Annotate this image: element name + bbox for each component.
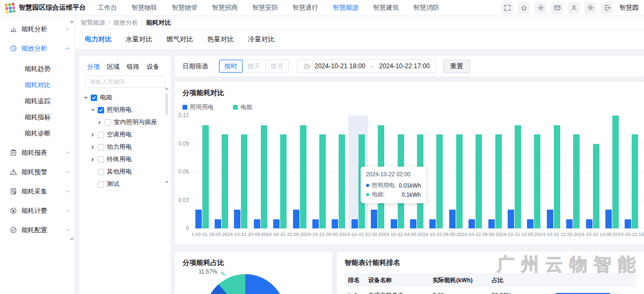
user-icon[interactable] <box>568 2 580 14</box>
sidebar-subitem[interactable]: 能耗趋势 <box>0 61 75 77</box>
sidebar-item[interactable]: 能耗预警 <box>0 163 75 181</box>
scroll-down-icon[interactable] <box>165 181 169 183</box>
sidebar-subitem[interactable]: 能耗追踪 <box>0 93 75 109</box>
scroll-up-icon[interactable] <box>70 20 74 23</box>
tree-node[interactable]: 其他用电 <box>79 166 171 178</box>
breadcrumb-item[interactable]: 能效分析 <box>113 19 138 27</box>
tree-checkbox[interactable] <box>98 144 104 150</box>
config-icon <box>10 226 17 234</box>
home-icon[interactable] <box>518 2 530 14</box>
tree-tab[interactable]: 区域 <box>107 62 120 71</box>
sidebar-item[interactable]: 能耗配置 <box>0 221 75 239</box>
tree-checkbox[interactable] <box>98 156 104 163</box>
tree-expand-icon[interactable] <box>84 96 88 100</box>
tree-search-input[interactable] <box>85 76 165 88</box>
legend-label: 照明用电 <box>190 103 214 111</box>
top-nav-item[interactable]: 智慧物联 <box>131 3 157 12</box>
page-tab[interactable]: 冷量对比 <box>248 35 275 44</box>
top-nav-item[interactable]: 智慧建筑 <box>373 3 399 12</box>
tree-checkbox[interactable] <box>91 95 97 101</box>
bar-lighting-power <box>449 210 456 228</box>
sidebar-scrollbar[interactable] <box>69 20 74 240</box>
brightness-icon[interactable] <box>584 2 596 14</box>
date-mode-button[interactable]: 按天 <box>242 60 266 73</box>
tree-checkbox[interactable] <box>98 107 104 113</box>
tree-node[interactable]: 照明用电 <box>79 104 171 116</box>
breadcrumb-item[interactable]: 智慧能源 <box>80 19 105 27</box>
sidebar-item[interactable]: 能耗计费 <box>0 202 75 220</box>
tree-tab[interactable]: 分项 <box>87 62 100 71</box>
tree-tab[interactable]: 设备 <box>147 62 159 71</box>
fullscreen-icon[interactable] <box>501 2 513 14</box>
gear-icon[interactable] <box>535 2 546 14</box>
tree-expand-icon[interactable] <box>91 157 95 162</box>
top-nav-item[interactable]: 智慧消防 <box>413 3 439 12</box>
bar-group <box>192 116 211 228</box>
tree-expand-icon[interactable] <box>98 120 102 125</box>
mail-icon[interactable] <box>551 2 563 14</box>
tree-checkbox[interactable] <box>105 119 111 126</box>
reset-button[interactable]: 重置 <box>443 60 470 73</box>
bar-group <box>524 116 544 228</box>
header-actions: 智慧园 <box>501 2 639 14</box>
sidebar-item-label: 能耗采集 <box>21 187 61 196</box>
tree-expand-icon[interactable] <box>91 133 95 137</box>
tree-checkbox[interactable] <box>98 181 104 188</box>
tree-scrollbar[interactable] <box>164 88 169 183</box>
tree-expand-icon[interactable] <box>91 108 95 112</box>
tree-expand-icon[interactable] <box>91 145 95 149</box>
energy-value: 2.06 <box>433 292 492 294</box>
page-tab[interactable]: 热量对比 <box>207 35 234 44</box>
top-nav-item[interactable]: 智慧能源 <box>333 3 358 12</box>
date-range-picker[interactable]: 2024-10-21 18:00 - 2024-10-22 17:00 <box>297 59 436 73</box>
top-nav-item[interactable]: 智慧通行 <box>292 3 318 12</box>
sidebar-item[interactable]: 能耗采集 <box>0 182 75 200</box>
tooltip-time: 2024-10-22 02:00 <box>366 171 421 177</box>
series-dot <box>366 184 369 187</box>
x-axis-label: 2024-10-22 10:00 <box>495 232 533 237</box>
tree-node[interactable]: 电能 <box>79 91 171 104</box>
sidebar-item[interactable]: 能耗分析 <box>0 20 75 38</box>
tree-node[interactable]: 动力用电 <box>79 141 171 153</box>
tree-node[interactable]: 室内照明与插座 <box>79 116 171 128</box>
page-tab[interactable]: 燃气对比 <box>166 35 193 44</box>
tree-node[interactable]: 测试 <box>79 178 171 190</box>
bar-group <box>270 116 290 228</box>
bar-group <box>544 116 563 228</box>
tree-tab[interactable]: 链路 <box>127 62 140 71</box>
tree-checkbox[interactable] <box>98 132 104 138</box>
pie-clock-icon <box>10 45 17 52</box>
scroll-down-icon[interactable] <box>70 238 74 240</box>
bar-lighting-power <box>566 219 573 229</box>
sidebar-subitem[interactable]: 能耗指标 <box>0 109 75 125</box>
sidebar-item[interactable]: 能效分析 <box>0 39 75 58</box>
bar-electric-energy <box>241 134 247 228</box>
sidebar-subitem[interactable]: 能耗对比 <box>0 77 75 93</box>
breadcrumb-current: 能耗对比 <box>146 19 171 27</box>
legend-item[interactable]: 照明用电 <box>182 103 214 111</box>
scroll-up-icon[interactable] <box>165 88 169 90</box>
legend-item[interactable]: 电能 <box>233 103 252 111</box>
tree-node[interactable]: 特殊用电 <box>79 153 171 166</box>
sidebar-item[interactable]: 能耗报表 <box>0 144 75 162</box>
exit-icon[interactable] <box>601 2 613 14</box>
date-mode-button[interactable]: 按时 <box>219 60 243 73</box>
top-nav-item[interactable]: 工作台 <box>98 3 117 12</box>
bar-electric-energy <box>436 134 443 228</box>
bar-lighting-power <box>371 210 377 228</box>
tree-node-label: 动力用电 <box>107 143 131 151</box>
top-nav-item[interactable]: 智慧安防 <box>252 3 278 12</box>
top-nav-item[interactable]: 智慧物管 <box>172 3 197 12</box>
tree-checkbox[interactable] <box>98 169 104 175</box>
bar-electric-energy <box>261 125 267 229</box>
top-nav-item[interactable]: 智慧招商 <box>212 3 238 12</box>
scroll-thumb[interactable] <box>165 93 168 116</box>
top-nav: 工作台智慧物联智慧物管智慧招商智慧安防智慧通行智慧能源智慧建筑智慧消防 <box>98 3 439 12</box>
page-tab[interactable]: 水量对比 <box>126 35 152 44</box>
page-tab[interactable]: 电力对比 <box>85 35 112 44</box>
device-name: 单项电能总表 <box>368 291 433 294</box>
tree-node[interactable]: 空调用电 <box>79 128 171 141</box>
sidebar-subitem[interactable]: 能耗诊断 <box>0 125 75 141</box>
collect-icon <box>10 188 17 195</box>
date-mode-button[interactable]: 按月 <box>265 60 289 73</box>
